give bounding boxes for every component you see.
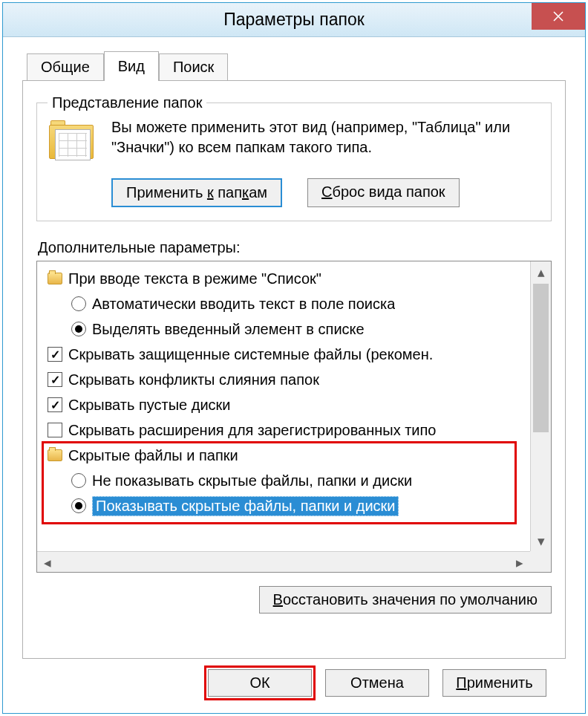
tab-strip: Общие Вид Поиск (27, 51, 566, 80)
list-viewport[interactable]: При вводе текста в режиме "Список" Автом… (37, 261, 530, 551)
dialog-buttons: ОК Отмена Применить (22, 659, 566, 697)
restore-defaults-button[interactable]: Восстановить значения по умолчанию (259, 586, 552, 614)
apply-button[interactable]: Применить (442, 669, 546, 697)
radio-auto-type-search[interactable]: Автоматически вводить текст в поле поиск… (45, 291, 530, 316)
radio-icon (71, 498, 86, 513)
window-title: Параметры папок (223, 10, 365, 30)
scroll-corner (530, 551, 551, 572)
checkbox-icon (48, 347, 62, 362)
scroll-right-arrow[interactable]: ▸ (509, 552, 530, 573)
folder-views-group: Представление папок Вы можете применить … (36, 94, 552, 221)
dialog-content: Общие Вид Поиск Представление папок Вы м… (3, 37, 585, 713)
scroll-down-arrow[interactable]: ▾ (531, 530, 552, 551)
folder-icon (48, 273, 62, 284)
close-icon (552, 10, 564, 22)
apply-to-folders-button[interactable]: Применить к папкам (111, 178, 282, 207)
radio-icon (71, 322, 86, 336)
advanced-settings-list: При вводе текста в режиме "Список" Автом… (36, 261, 552, 573)
horizontal-scrollbar[interactable]: ◂ ▸ (37, 551, 530, 572)
folder-views-icon (48, 122, 98, 168)
checkbox-icon (48, 397, 62, 412)
check-hide-empty-drives[interactable]: Скрывать пустые диски (45, 392, 530, 417)
ok-button[interactable]: ОК (208, 669, 312, 697)
folder-options-window: Параметры папок Общие Вид Поиск Представ… (2, 2, 586, 714)
checkbox-icon (48, 423, 62, 437)
radio-dont-show-hidden[interactable]: Не показывать скрытые файлы, папки и дис… (45, 468, 530, 493)
cancel-button[interactable]: Отмена (325, 669, 429, 697)
radio-icon (71, 473, 86, 488)
tab-search[interactable]: Поиск (159, 53, 228, 80)
radio-show-hidden[interactable]: Показывать скрытые файлы, папки и диски (45, 493, 530, 518)
tab-general[interactable]: Общие (27, 53, 104, 80)
tree-group-hidden-files[interactable]: Скрытые файлы и папки (45, 443, 530, 468)
group-description: Вы можете применить этот вид (например, … (111, 117, 540, 168)
scroll-up-arrow[interactable]: ▴ (531, 261, 552, 282)
check-hide-merge-conflicts[interactable]: Скрывать конфликты слияния папок (45, 367, 530, 392)
check-hide-extensions[interactable]: Скрывать расширения для зарегистрированн… (45, 417, 530, 443)
advanced-settings-label: Дополнительные параметры: (38, 239, 552, 256)
reset-folders-button[interactable]: Сброс вида папок (307, 178, 460, 207)
scroll-thumb[interactable] (533, 284, 549, 432)
folder-icon (48, 449, 62, 461)
tab-panel-view: Представление папок Вы можете применить … (22, 80, 566, 659)
check-hide-protected[interactable]: Скрывать защищенные системные файлы (рек… (45, 342, 530, 367)
close-button[interactable] (532, 3, 585, 30)
group-legend: Представление папок (48, 94, 206, 111)
vertical-scrollbar[interactable]: ▴ ▾ (530, 261, 551, 551)
checkbox-icon (48, 372, 62, 387)
tree-group-typing[interactable]: При вводе текста в режиме "Список" (45, 266, 530, 291)
scroll-left-arrow[interactable]: ◂ (37, 552, 58, 573)
radio-icon (71, 296, 86, 311)
tab-view[interactable]: Вид (104, 51, 159, 81)
radio-select-typed-item[interactable]: Выделять введенный элемент в списке (45, 316, 530, 342)
titlebar: Параметры папок (3, 3, 585, 37)
